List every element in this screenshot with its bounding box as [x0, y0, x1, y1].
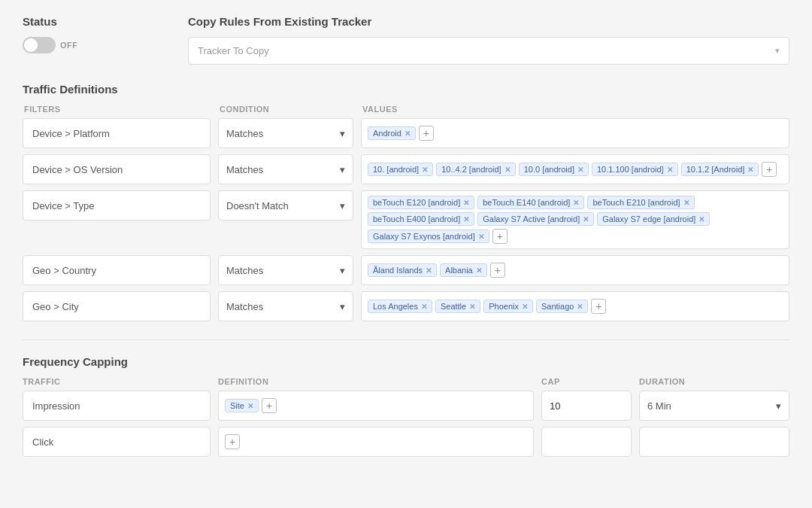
chevron-down-icon: ▾ [775, 46, 780, 56]
cap-click[interactable] [541, 427, 632, 457]
values-os-version: 10. [android] ✕ 10..4.2 [android] ✕ 10.0… [361, 154, 789, 184]
remove-galaxy-s7-active[interactable]: ✕ [583, 215, 589, 224]
add-country-value[interactable]: + [490, 263, 505, 278]
remove-aland[interactable]: ✕ [426, 266, 432, 275]
filter-row-city: Geo > City Matches ▾ Los Angeles ✕ Seatt… [23, 291, 789, 321]
remove-betouch-e210[interactable]: ✕ [683, 199, 689, 207]
condition-os-version[interactable]: Matches ▾ [218, 154, 353, 184]
traffic-definitions-title: Traffic Definitions [23, 83, 789, 96]
remove-phoenix[interactable]: ✕ [522, 303, 528, 311]
col-header-values: VALUES [362, 105, 788, 114]
remove-los-angeles[interactable]: ✕ [421, 303, 427, 311]
remove-betouch-e400[interactable]: ✕ [463, 215, 469, 224]
add-type-value[interactable]: + [492, 229, 508, 244]
duration-impression[interactable]: 6 Min ▾ [639, 391, 789, 421]
chevron-down-icon: ▾ [340, 200, 345, 211]
add-os-value[interactable]: + [762, 162, 777, 177]
tag-site: Site ✕ [225, 399, 259, 412]
freq-row-impression: Impression Site ✕ + 10 6 Min ▾ [23, 391, 789, 421]
remove-betouch-e120[interactable]: ✕ [463, 199, 469, 207]
col-header-condition: CONDITION [220, 105, 355, 114]
freq-definition-impression: Site ✕ + [218, 391, 534, 421]
filter-country: Geo > Country [23, 255, 211, 285]
freq-capping-title: Frequency Capping [23, 355, 789, 368]
status-toggle[interactable] [23, 37, 56, 53]
col-header-definition: DEFINITION [218, 377, 534, 386]
condition-os-label: Matches [226, 164, 263, 175]
chevron-down-icon: ▾ [776, 400, 781, 412]
remove-seattle[interactable]: ✕ [469, 303, 475, 311]
chevron-down-icon: ▾ [340, 265, 345, 276]
add-platform-value[interactable]: + [419, 126, 434, 141]
tag-betouch-e400: beTouch E400 [android] ✕ [368, 212, 474, 226]
filter-type: Device > Type [23, 190, 211, 221]
tracker-copy-select[interactable]: Tracker To Copy ▾ [188, 37, 789, 65]
remove-galaxy-s7-edge[interactable]: ✕ [698, 215, 704, 224]
remove-galaxy-s7-exynos[interactable]: ✕ [478, 233, 484, 241]
remove-1042-android[interactable]: ✕ [504, 166, 511, 174]
values-city: Los Angeles ✕ Seattle ✕ Phoenix ✕ Santia… [361, 291, 789, 321]
remove-betouch-e140[interactable]: ✕ [573, 199, 579, 207]
tag-seattle: Seattle ✕ [435, 300, 480, 313]
col-header-filters: FILTERS [24, 105, 212, 114]
filter-row-country: Geo > Country Matches ▾ Åland Islands ✕ … [23, 255, 789, 285]
col-header-traffic: TRAFFIC [23, 377, 211, 386]
tag-1011100-android: 10.1.100 [android] ✕ [592, 163, 678, 176]
filter-city: Geo > City [23, 291, 211, 321]
tag-santiago: Santiago ✕ [536, 300, 588, 313]
condition-country-label: Matches [226, 265, 263, 276]
tag-albania: Albania ✕ [440, 263, 487, 277]
freq-traffic-impression: Impression [23, 391, 211, 421]
freq-definition-click: + [218, 427, 534, 457]
filter-row-type: Device > Type Doesn't Match ▾ beTouch E1… [23, 190, 789, 249]
condition-type-label: Doesn't Match [226, 200, 289, 211]
col-header-duration: DURATION [639, 377, 789, 386]
tag-betouch-e210: beTouch E210 [android] ✕ [587, 196, 694, 209]
tag-aland: Åland Islands ✕ [368, 263, 437, 277]
remove-10-android[interactable]: ✕ [422, 166, 428, 174]
chevron-down-icon: ▾ [340, 301, 345, 312]
tag-galaxy-s7-active: Galaxy S7 Active [android] ✕ [477, 212, 594, 226]
divider [23, 339, 789, 340]
condition-country[interactable]: Matches ▾ [218, 255, 353, 285]
remove-albania[interactable]: ✕ [476, 266, 482, 275]
values-country: Åland Islands ✕ Albania ✕ + [361, 255, 789, 285]
remove-santiago[interactable]: ✕ [577, 303, 583, 311]
freq-row-click: Click + [23, 427, 789, 457]
tag-1042-android: 10..4.2 [android] ✕ [436, 163, 516, 176]
tracker-copy-placeholder: Tracker To Copy [198, 45, 269, 56]
condition-platform[interactable]: Matches ▾ [218, 118, 353, 148]
tag-phoenix: Phoenix ✕ [483, 300, 533, 313]
duration-impression-label: 6 Min [647, 400, 671, 412]
tag-betouch-e120: beTouch E120 [android] ✕ [368, 196, 474, 209]
tag-android: Android ✕ [368, 126, 416, 140]
condition-type[interactable]: Doesn't Match ▾ [218, 190, 353, 221]
condition-city[interactable]: Matches ▾ [218, 291, 353, 321]
filter-os-version: Device > OS Version [23, 154, 211, 184]
remove-site[interactable]: ✕ [247, 402, 253, 410]
tag-galaxy-s7-exynos: Galaxy S7 Exynos [android] ✕ [368, 230, 489, 243]
remove-1011100-android[interactable]: ✕ [667, 166, 673, 174]
add-click-def[interactable]: + [225, 434, 240, 449]
add-impression-def[interactable]: + [262, 398, 277, 413]
tag-1012-android: 10.1.2 [Android] ✕ [681, 163, 759, 176]
remove-1012-android[interactable]: ✕ [747, 166, 753, 174]
values-platform: Android ✕ + [361, 118, 789, 148]
filter-row-platform: Device > Platform Matches ▾ Android ✕ + [23, 118, 789, 148]
col-header-cap: CAP [541, 377, 632, 386]
filter-row-os-version: Device > OS Version Matches ▾ 10. [andro… [23, 154, 789, 184]
filter-platform: Device > Platform [23, 118, 211, 148]
add-city-value[interactable]: + [591, 299, 606, 314]
tag-10-android: 10. [android] ✕ [368, 163, 433, 176]
values-type: beTouch E120 [android] ✕ beTouch E140 [a… [361, 190, 789, 249]
remove-100-android[interactable]: ✕ [577, 166, 583, 174]
chevron-down-icon: ▾ [340, 128, 345, 139]
toggle-label: OFF [60, 41, 78, 50]
duration-click [639, 427, 789, 457]
condition-platform-label: Matches [226, 128, 263, 139]
cap-impression[interactable]: 10 [541, 391, 632, 421]
tag-los-angeles: Los Angeles ✕ [368, 300, 432, 313]
tag-betouch-e140: beTouch E140 [android] ✕ [477, 196, 584, 209]
remove-android[interactable]: ✕ [404, 129, 411, 138]
status-title: Status [23, 15, 173, 28]
